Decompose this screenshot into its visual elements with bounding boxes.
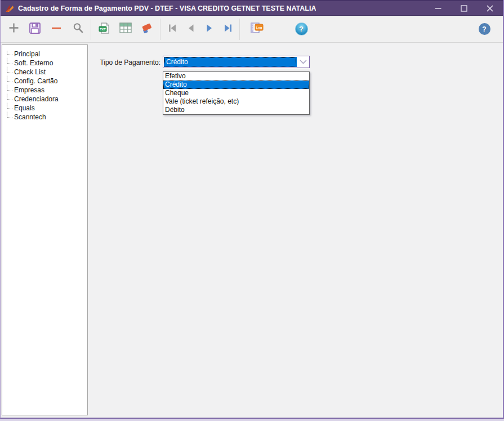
sidebar-item-label: Equals — [14, 104, 35, 112]
app-window: Cadastro de Forma de Pagamento PDV - DTE… — [0, 0, 504, 419]
sidebar-item-principal[interactable]: Principal — [2, 50, 87, 59]
save-button[interactable] — [24, 19, 46, 40]
clear-button[interactable] — [136, 19, 158, 40]
dropdown-option-cheque[interactable]: Cheque — [163, 89, 309, 97]
nav-prev-button[interactable] — [181, 19, 200, 40]
toolbar-separator — [239, 19, 240, 40]
add-button[interactable] — [3, 19, 24, 40]
help-button-secondary[interactable]: ? — [474, 19, 495, 40]
tree-connector — [7, 59, 13, 68]
minimize-button[interactable] — [425, 1, 451, 15]
sidebar-item-equals[interactable]: Equals — [2, 104, 87, 113]
nav-next-icon — [204, 23, 215, 35]
tipo-pagamento-combobox[interactable]: Crédito — [163, 56, 310, 68]
search-button[interactable] — [67, 19, 88, 40]
window-controls — [425, 1, 503, 15]
tree-connector — [7, 113, 13, 122]
toolbar: TXT — [1, 16, 503, 43]
nav-prev-icon — [186, 23, 196, 35]
combobox-selected-value[interactable]: Crédito — [164, 57, 297, 67]
minus-icon — [51, 23, 62, 36]
sidebar-item-label: Scanntech — [14, 113, 46, 121]
dropdown-option-efetivo[interactable]: Efetivo — [163, 72, 309, 80]
save-floppy-icon — [29, 22, 41, 37]
nav-first-button[interactable] — [163, 19, 181, 40]
dropdown-option-debito[interactable]: Débito — [163, 106, 309, 114]
log-button[interactable]: Log — [247, 19, 268, 40]
tree-connector — [7, 50, 13, 59]
nav-first-icon — [167, 23, 177, 35]
toolbar-separator — [160, 19, 160, 40]
sidebar-item-label: Principal — [14, 50, 40, 58]
navigation-tree: Principal Soft. Externo Check List Confi… — [2, 45, 87, 122]
sidebar-item-label: Empresas — [14, 86, 44, 94]
sidebar-item-check-list[interactable]: Check List — [2, 68, 87, 77]
svg-text:TXT: TXT — [100, 27, 106, 30]
tree-connector — [7, 77, 13, 86]
tree-connector — [7, 104, 13, 113]
tree-connector — [7, 86, 13, 95]
close-button[interactable] — [477, 1, 503, 15]
export-txt-button[interactable]: TXT — [93, 19, 115, 40]
grid-view-button[interactable] — [115, 19, 136, 40]
tipo-pagamento-label: Tipo de Pagamento: — [96, 57, 160, 68]
sidebar-item-label: Credenciadora — [14, 95, 59, 103]
sidebar-item-config-cartao[interactable]: Config. Cartão — [2, 77, 87, 86]
plus-icon — [8, 22, 20, 36]
eraser-icon — [141, 22, 153, 37]
table-grid-icon — [119, 23, 132, 35]
sidebar-item-empresas[interactable]: Empresas — [2, 86, 87, 95]
delete-button[interactable] — [46, 19, 67, 40]
help-icon: ? — [295, 23, 308, 35]
dropdown-option-vale[interactable]: Vale (ticket refeição, etc) — [163, 97, 309, 106]
sidebar-item-credenciadora[interactable]: Credenciadora — [2, 95, 87, 104]
help-icon: ? — [479, 23, 490, 35]
app-logo-icon — [5, 3, 15, 14]
sidebar-item-label: Check List — [14, 68, 46, 76]
tree-connector — [7, 95, 13, 104]
sidebar-item-soft-externo[interactable]: Soft. Externo — [2, 59, 87, 68]
sidebar-tree: Principal Soft. Externo Check List Confi… — [2, 44, 88, 415]
titlebar: Cadastro de Forma de Pagamento PDV - DTE… — [1, 0, 503, 16]
txt-file-icon: TXT — [98, 22, 110, 37]
help-button[interactable]: ? — [291, 19, 312, 40]
dropdown-option-credito[interactable]: Crédito — [163, 80, 309, 89]
window-title: Cadastro de Forma de Pagamento PDV - DTE… — [18, 5, 316, 12]
svg-text:Log: Log — [256, 26, 262, 29]
chevron-down-icon[interactable] — [297, 56, 309, 68]
log-book-icon: Log — [251, 22, 264, 36]
maximize-button[interactable] — [451, 1, 477, 15]
nav-last-button[interactable] — [218, 19, 237, 40]
window-body: Principal Soft. Externo Check List Confi… — [1, 43, 503, 417]
tree-connector — [7, 68, 13, 77]
sidebar-item-label: Config. Cartão — [14, 77, 57, 85]
sidebar-item-scanntech[interactable]: Scanntech — [2, 113, 87, 122]
main-panel: Tipo de Pagamento: Crédito Efetivo Crédi… — [88, 43, 503, 417]
nav-next-button[interactable] — [200, 19, 218, 40]
tipo-pagamento-dropdown-list: Efetivo Crédito Cheque Vale (ticket refe… — [163, 71, 310, 115]
sidebar-item-label: Soft. Externo — [14, 59, 53, 67]
nav-last-icon — [223, 23, 233, 35]
toolbar-separator — [91, 19, 91, 40]
search-icon — [72, 22, 84, 36]
